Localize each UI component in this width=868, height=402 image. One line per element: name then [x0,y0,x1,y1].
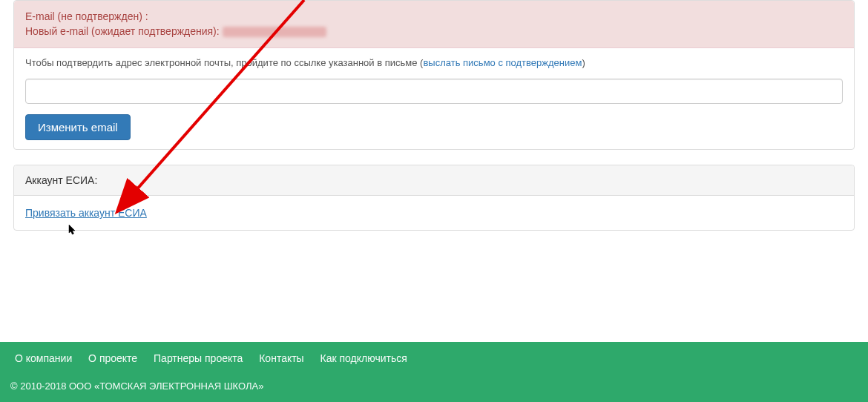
email-pending-label: Новый e-mail (ожидает подтверждения): [25,25,220,37]
footer-link-how-to-connect[interactable]: Как подключиться [320,352,407,364]
email-input[interactable] [25,79,843,104]
footer-link-about-company[interactable]: О компании [15,352,72,364]
esia-header: Аккаунт ЕСИА: [14,165,854,196]
email-pending-line: Новый e-mail (ожидает подтверждения): [25,24,843,39]
footer-links: О компании О проекте Партнеры проекта Ко… [0,342,868,375]
email-confirm-text: Чтобы подтвердить адрес электронной почт… [25,57,843,68]
link-esia-account[interactable]: Привязать аккаунт ЕСИА [25,207,147,219]
blurred-email-value [223,27,326,37]
footer-link-contacts[interactable]: Контакты [259,352,303,364]
email-status-line: E-mail (не подтвержден) : [25,10,843,24]
confirm-text-suffix: ) [582,57,585,68]
esia-panel: Аккаунт ЕСИА: Привязать аккаунт ЕСИА [13,165,855,231]
change-email-button[interactable]: Изменить email [25,114,131,140]
confirm-text-prefix: Чтобы подтвердить адрес электронной почт… [25,57,423,68]
resend-confirmation-link[interactable]: выслать письмо с подтверждением [423,57,582,68]
footer-copyright: © 2010-2018 ООО «ТОМСКАЯ ЭЛЕКТРОННАЯ ШКО… [0,375,868,402]
footer-link-partners[interactable]: Партнеры проекта [154,352,243,364]
email-panel-body: Чтобы подтвердить адрес электронной почт… [14,48,854,149]
esia-body: Привязать аккаунт ЕСИА [14,196,854,230]
footer-link-about-project[interactable]: О проекте [88,352,137,364]
email-alert: E-mail (не подтвержден) : Новый e-mail (… [14,1,854,48]
footer: О компании О проекте Партнеры проекта Ко… [0,342,868,402]
email-panel: E-mail (не подтвержден) : Новый e-mail (… [13,0,855,150]
